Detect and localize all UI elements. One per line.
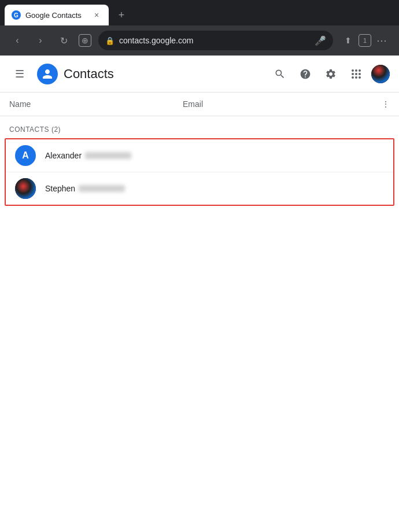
browser-menu-button[interactable]: ⋯ [374,32,390,49]
settings-button[interactable] [320,64,341,84]
browser-chrome: G Google Contacts × + ‹ › ↻ ⊕ 🔒 contacts… [0,0,399,56]
share-icon[interactable]: ⬆ [340,32,356,49]
settings-icon [325,68,337,80]
table-menu-icon: ⋮ [382,99,390,109]
address-input[interactable]: 🔒 contacts.google.com 🎤 [98,31,333,50]
table-header: Name Email ⋮ [0,93,399,116]
lock-icon: 🔒 [105,36,114,45]
email-column-header: Email [183,99,382,109]
new-tab-button[interactable]: + [113,7,130,23]
address-text: contacts.google.com [119,36,310,45]
address-bar: ‹ › ↻ ⊕ 🔒 contacts.google.com 🎤 ⬆ 1 ⋯ [0,25,399,56]
contacts-list: A Alexander Stephen [5,138,394,206]
help-button[interactable] [295,64,316,84]
header-actions [269,64,390,84]
apps-grid-icon [352,69,361,79]
hamburger-menu-button[interactable]: ☰ [9,64,30,84]
email-column-label: Email [183,99,203,109]
extension-button[interactable]: ⊕ [79,34,91,47]
help-icon [300,68,311,80]
search-button[interactable] [269,64,290,84]
browser-menu-icons: ⬆ 1 ⋯ [340,32,390,49]
contact-row-alexander[interactable]: A Alexander [6,139,393,172]
address-icons: 🎤 [315,35,326,46]
reload-button[interactable]: ↻ [56,32,72,49]
avatar-stephen-inner [15,178,36,199]
contact-row-stephen[interactable]: Stephen [6,172,393,205]
apps-button[interactable] [346,64,367,84]
user-avatar-image [371,65,390,83]
search-icon [274,68,286,80]
contact-name-stephen: Stephen [45,184,195,193]
back-button[interactable]: ‹ [9,32,25,49]
app-title: Contacts [64,66,114,82]
user-avatar[interactable] [371,65,390,83]
name-column-label: Name [9,99,31,109]
tab-count-icon[interactable]: 1 [359,34,371,47]
contacts-section-label: CONTACTS (2) [0,121,399,138]
contact-name-wrap-stephen: Stephen [45,184,195,193]
forward-button[interactable]: › [32,32,49,49]
app-header: ☰ Contacts [0,56,399,93]
contact-avatar-stephen [15,178,36,199]
active-tab[interactable]: G Google Contacts × [5,5,109,25]
tab-bar: G Google Contacts × + [0,0,399,25]
table-menu-button[interactable]: ⋮ [382,99,390,109]
contact-avatar-alexander: A [15,145,36,166]
tab-title: Google Contacts [25,11,87,20]
contacts-section: CONTACTS (2) A Alexander [0,116,399,210]
tab-close-button[interactable]: × [91,10,102,20]
app-logo: Contacts [37,64,269,84]
contact-last-name-blur-alexander [85,152,131,159]
mic-icon[interactable]: 🎤 [315,35,326,46]
contact-first-name-alexander: Alexander [45,151,82,160]
tab-favicon: G [12,10,21,20]
name-column-header: Name [9,99,183,109]
contact-name-wrap-alexander: Alexander [45,151,195,160]
app-logo-icon [37,64,58,84]
app-container: ☰ Contacts [0,56,399,532]
hamburger-icon: ☰ [15,68,24,80]
contact-first-name-stephen: Stephen [45,184,75,193]
contact-name-alexander: Alexander [45,151,195,160]
avatar-letter-a: A [22,150,29,161]
contact-last-name-blur-stephen [79,185,125,192]
